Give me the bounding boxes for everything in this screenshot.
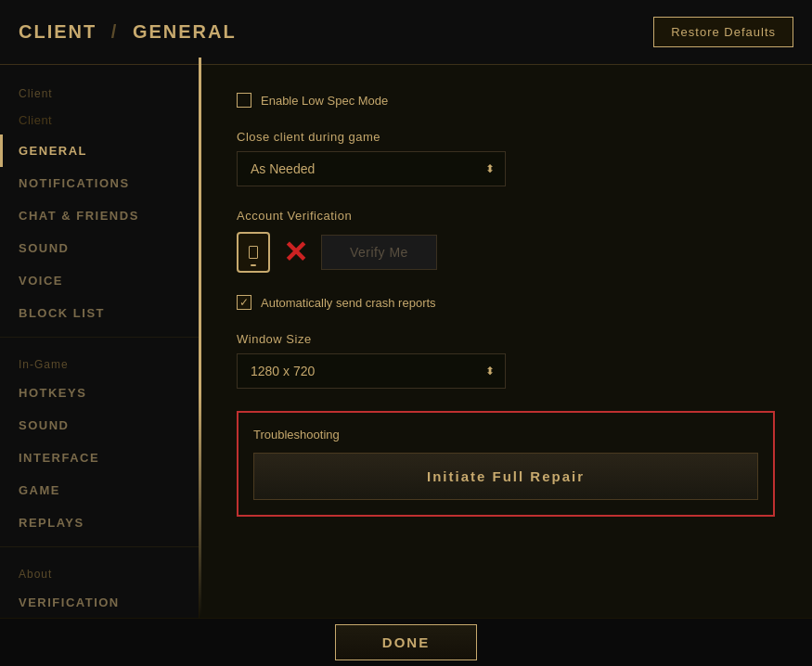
sidebar-divider-1 <box>0 337 199 338</box>
sidebar-item-block-list[interactable]: BLOCK LIST <box>0 297 199 329</box>
sidebar-item-general[interactable]: GENERAL <box>0 134 199 167</box>
sidebar-item-verification[interactable]: VERIFICATION <box>0 586 199 618</box>
account-verification-row: Account Verification ✕ Verify Me <box>237 209 775 273</box>
window-size-label: Window Size <box>237 332 775 346</box>
troubleshooting-box: Troubleshooting Initiate Full Repair <box>237 411 775 517</box>
verify-me-button[interactable]: Verify Me <box>321 235 437 270</box>
close-client-select-wrapper: As Needed Always Never ⬍ <box>237 151 506 186</box>
sidebar-gold-bar <box>199 65 201 618</box>
restore-defaults-button[interactable]: Restore Defaults <box>653 17 793 47</box>
sidebar: Client Client GENERAL NOTIFICATIONS CHAT… <box>0 65 200 618</box>
troubleshooting-label: Troubleshooting <box>253 428 758 442</box>
sidebar-item-notifications[interactable]: NOTIFICATIONS <box>0 167 199 199</box>
footer: DONE <box>0 618 812 666</box>
main-layout: Client Client GENERAL NOTIFICATIONS CHAT… <box>0 65 812 618</box>
window-size-select[interactable]: 1280 x 720 1600 x 900 1920 x 1080 <box>237 353 506 389</box>
initiate-full-repair-button[interactable]: Initiate Full Repair <box>253 453 758 500</box>
sidebar-item-game[interactable]: GAME <box>0 474 199 506</box>
sidebar-section-about: About <box>0 555 199 586</box>
sidebar-divider-2 <box>0 546 199 547</box>
header: CLIENT / GENERAL Restore Defaults <box>0 0 812 65</box>
sidebar-item-interface[interactable]: INTERFACE <box>0 442 199 474</box>
close-client-select[interactable]: As Needed Always Never <box>237 151 506 186</box>
window-size-row: Window Size 1280 x 720 1600 x 900 1920 x… <box>237 332 775 389</box>
auto-crash-row: Automatically send crash reports <box>237 295 775 310</box>
sidebar-item-chat-friends[interactable]: CHAT & FRIENDS <box>0 199 199 232</box>
sidebar-section-ingame: In-Game <box>0 345 199 377</box>
general-label: GENERAL <box>133 21 237 42</box>
sidebar-item-sound-ig[interactable]: SOUND <box>0 409 199 442</box>
close-client-label: Close client during game <box>237 130 775 144</box>
x-error-icon: ✕ <box>283 237 308 267</box>
sidebar-item-voice[interactable]: VOICE <box>0 264 199 297</box>
low-spec-row: Enable Low Spec Mode <box>237 93 775 108</box>
account-verification-label: Account Verification <box>237 209 775 223</box>
sidebar-item-sound[interactable]: SOUND <box>0 232 199 264</box>
auto-crash-checkbox[interactable] <box>237 295 251 310</box>
slash-separator: / <box>104 21 125 42</box>
verification-controls: ✕ Verify Me <box>237 232 775 273</box>
low-spec-checkbox[interactable] <box>237 93 251 108</box>
window-size-select-wrapper: 1280 x 720 1600 x 900 1920 x 1080 ⬍ <box>237 353 506 389</box>
client-label: CLIENT <box>19 21 97 42</box>
sidebar-section-client: Client <box>0 74 199 106</box>
low-spec-label: Enable Low Spec Mode <box>261 94 388 108</box>
done-button[interactable]: DONE <box>335 624 477 660</box>
sidebar-item-hotkeys[interactable]: HOTKEYS <box>0 377 199 409</box>
sidebar-item-replays[interactable]: REPLAYS <box>0 506 199 539</box>
phone-icon <box>237 232 270 273</box>
close-client-row: Close client during game As Needed Alway… <box>237 130 775 186</box>
settings-content: Enable Low Spec Mode Close client during… <box>200 65 812 618</box>
sidebar-item-client[interactable]: Client <box>0 106 199 134</box>
auto-crash-label: Automatically send crash reports <box>261 296 436 310</box>
page-title: CLIENT / GENERAL <box>19 21 237 43</box>
